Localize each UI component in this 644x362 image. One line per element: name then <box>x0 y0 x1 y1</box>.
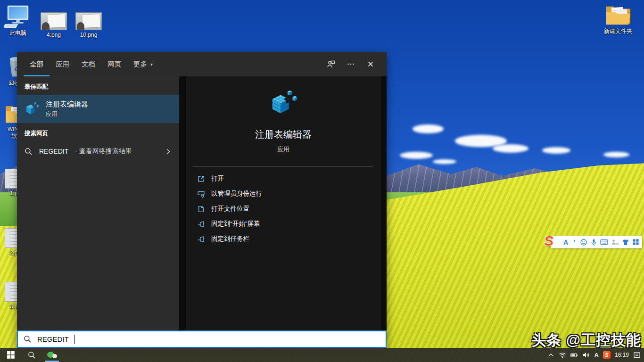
start-button[interactable] <box>0 348 22 362</box>
chevron-right-icon <box>165 148 172 155</box>
cloud <box>413 124 444 133</box>
windows-search-panel: 全部 应用 文档 网页 更多 ▾ × 最佳匹配 注册表编辑器 <box>17 52 387 348</box>
detail-subtitle: 应用 <box>277 145 289 154</box>
image-thumbnail <box>75 12 102 30</box>
windows-logo-icon <box>7 351 15 359</box>
soft-keyboard-icon[interactable] <box>600 238 608 246</box>
tab-label: 全部 <box>30 60 43 69</box>
icon-label: 4.png <box>47 32 61 38</box>
tray-chevron-up-icon[interactable] <box>547 351 554 359</box>
tab-apps[interactable]: 应用 <box>50 52 75 76</box>
best-match-result[interactable]: 注册表编辑器 应用 <box>17 95 179 123</box>
wechat-icon <box>47 352 57 358</box>
tab-documents[interactable]: 文档 <box>75 52 101 76</box>
tab-label: 文档 <box>82 60 95 69</box>
punctuation-icon[interactable]: ’ <box>571 238 577 246</box>
desktop-icon-10png[interactable]: 10.png <box>73 12 105 38</box>
result-subtitle: 应用 <box>46 110 88 118</box>
ime-mode-icon[interactable]: A <box>563 238 569 246</box>
icon-label: 此电脑 <box>9 30 26 36</box>
image-thumbnail <box>41 12 67 30</box>
cloud <box>493 144 528 153</box>
search-results-list: 最佳匹配 注册表编辑器 应用 搜索网页 REGEDIT - 查看网络搜索结果 <box>17 76 179 330</box>
panel-divider <box>179 76 186 330</box>
emoji-icon[interactable] <box>580 238 587 246</box>
login-account-icon[interactable] <box>611 238 619 246</box>
ime-indicator[interactable]: A <box>594 352 599 359</box>
registry-editor-icon <box>25 101 40 116</box>
taskbar-clock[interactable]: 16:19 <box>615 352 629 358</box>
sogou-tray-icon[interactable]: S <box>603 351 611 359</box>
result-title: 注册表编辑器 <box>46 100 88 109</box>
wifi-icon[interactable] <box>559 351 566 359</box>
search-input-value: REGEDIT <box>37 335 69 343</box>
action-run-as-admin[interactable]: 以管理员身份运行 <box>189 186 378 201</box>
best-match-header: 最佳匹配 <box>17 76 179 95</box>
icon-label: 10.png <box>80 32 98 38</box>
action-open[interactable]: 打开 <box>189 171 378 186</box>
cloud <box>400 152 433 159</box>
detail-title: 注册表编辑器 <box>255 128 312 141</box>
battery-icon[interactable] <box>570 351 578 359</box>
desktop-icon-this-pc[interactable]: 此电脑 <box>2 5 34 36</box>
sogou-logo-icon[interactable]: S <box>544 233 553 249</box>
desktop: 此电脑 4.png 10.png 新建文件夹 回收站 WINCC 软件 1.pn… <box>0 0 644 362</box>
folder-location-icon <box>197 205 205 213</box>
action-pin-to-start[interactable]: 固定到“开始”屏幕 <box>189 216 378 231</box>
pin-icon <box>197 235 205 243</box>
search-input[interactable]: REGEDIT <box>17 330 387 348</box>
taskbar-wechat-button[interactable] <box>41 348 62 362</box>
open-icon <box>197 175 205 183</box>
action-label: 固定到任务栏 <box>211 235 249 243</box>
action-pin-to-taskbar[interactable]: 固定到任务栏 <box>189 231 378 247</box>
web-search-header: 搜索网页 <box>17 123 179 141</box>
action-center-icon[interactable] <box>633 351 641 359</box>
folder-icon <box>604 4 632 26</box>
feedback-user-icon[interactable] <box>322 56 339 73</box>
tab-all[interactable]: 全部 <box>24 52 50 76</box>
action-label: 固定到“开始”屏幕 <box>211 220 260 228</box>
result-detail-pane: 注册表编辑器 应用 打开 以管理员身份运行 打开文件位置 <box>186 76 381 330</box>
close-icon[interactable]: × <box>362 56 379 73</box>
pin-icon <box>197 220 205 228</box>
tab-label: 更多 <box>133 60 147 69</box>
skin-icon[interactable] <box>622 238 629 246</box>
tab-web[interactable]: 网页 <box>101 52 127 76</box>
action-open-file-location[interactable]: 打开文件位置 <box>189 201 378 216</box>
registry-editor-icon <box>269 89 298 118</box>
desktop-icon-4png[interactable]: 4.png <box>38 12 70 38</box>
tab-more[interactable]: 更多 ▾ <box>127 52 159 76</box>
desktop-icon-new-folder[interactable]: 新建文件夹 <box>602 4 634 34</box>
volume-icon[interactable] <box>582 351 590 359</box>
web-query-suffix: - 查看网络搜索结果 <box>75 147 132 156</box>
action-label: 以管理员身份运行 <box>211 189 262 198</box>
taskbar-search-button[interactable] <box>22 348 41 362</box>
voice-input-icon[interactable] <box>590 238 597 246</box>
cloud <box>433 159 456 164</box>
options-ellipsis-icon[interactable] <box>342 56 359 73</box>
computer-icon <box>4 5 32 28</box>
action-label: 打开文件位置 <box>211 205 249 213</box>
watermark: 头条 @工控技能 <box>531 330 641 350</box>
search-icon <box>24 335 32 343</box>
tab-label: 应用 <box>56 60 69 69</box>
web-query: REGEDIT <box>39 148 68 155</box>
cloud <box>542 147 570 154</box>
web-search-result[interactable]: REGEDIT - 查看网络搜索结果 <box>17 141 179 161</box>
text-caret <box>74 335 75 344</box>
toolbox-icon[interactable] <box>632 238 639 246</box>
tab-label: 网页 <box>107 60 121 69</box>
icon-label: 新建文件夹 <box>604 28 632 34</box>
chevron-down-icon: ▾ <box>150 62 153 67</box>
sogou-language-bar[interactable]: S A ’ <box>551 236 642 248</box>
taskbar: A S 16:19 <box>0 348 644 362</box>
system-tray: A S 16:19 <box>547 351 644 359</box>
action-label: 打开 <box>211 174 224 183</box>
cloud <box>603 152 629 157</box>
search-icon <box>25 148 33 156</box>
search-icon <box>28 351 36 359</box>
shield-icon <box>197 190 205 198</box>
panel-right-margin <box>381 76 387 330</box>
search-filter-tabbar: 全部 应用 文档 网页 更多 ▾ × <box>17 52 387 76</box>
